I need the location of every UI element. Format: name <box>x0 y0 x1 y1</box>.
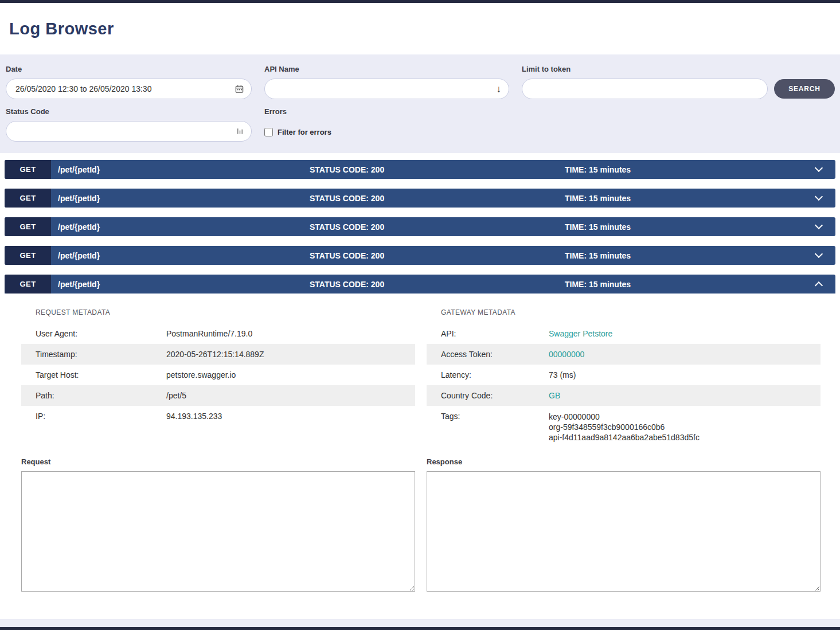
status-code-filter-group: Status Code <box>6 107 252 142</box>
metadata-row: API: Swagger Petstore <box>427 323 821 344</box>
log-status: STATUS CODE: 200 <box>310 280 384 289</box>
metadata-row: Tags: key-00000000 org-59f348559f3cb9000… <box>427 406 821 448</box>
api-name-filter-group: API Name ↓ <box>264 65 509 99</box>
method-badge: GET <box>5 275 51 294</box>
log-time: TIME: 15 minutes <box>565 222 631 232</box>
response-label: Response <box>427 457 821 466</box>
bottom-border-bar <box>0 627 840 630</box>
request-body-section: Request <box>21 457 415 594</box>
limit-to-token-input[interactable] <box>522 79 768 99</box>
response-body-textarea[interactable] <box>427 471 821 592</box>
log-status: STATUS CODE: 200 <box>310 222 384 232</box>
errors-filter-group: Errors Filter for errors <box>264 107 331 136</box>
log-path: /pet/{petId} <box>58 280 100 289</box>
log-row[interactable]: GET /pet/{petId} STATUS CODE: 200 TIME: … <box>5 246 835 265</box>
log-path: /pet/{petId} <box>58 251 100 260</box>
chevron-down-icon[interactable] <box>815 164 823 172</box>
date-input[interactable] <box>6 79 252 99</box>
calendar-icon[interactable] <box>235 85 244 93</box>
metadata-row: Latency: 73 (ms) <box>427 365 821 385</box>
request-metadata-heading: REQUEST METADATA <box>21 308 415 316</box>
metadata-row: Country Code: GB <box>427 385 821 406</box>
api-link[interactable]: Swagger Petstore <box>549 329 815 338</box>
chevron-down-icon[interactable] <box>815 221 823 229</box>
response-body-section: Response <box>427 457 821 594</box>
metadata-row: Access Token: 00000000 <box>427 344 821 365</box>
errors-label: Errors <box>264 107 331 116</box>
gateway-metadata-section: GATEWAY METADATA API: Swagger Petstore A… <box>427 308 821 448</box>
status-code-label: Status Code <box>6 107 252 116</box>
limit-to-token-filter-group: Limit to token <box>522 65 768 99</box>
method-badge: GET <box>5 217 51 236</box>
log-time: TIME: 15 minutes <box>565 165 631 174</box>
log-detail-panel: REQUEST METADATA User Agent: PostmanRunt… <box>5 294 835 611</box>
gateway-metadata-heading: GATEWAY METADATA <box>427 308 821 316</box>
bars-icon <box>236 127 244 135</box>
log-row[interactable]: GET /pet/{petId} STATUS CODE: 200 TIME: … <box>5 217 835 236</box>
metadata-row: User Agent: PostmanRuntime/7.19.0 <box>21 323 415 344</box>
log-path: /pet/{petId} <box>58 194 100 203</box>
request-body-textarea[interactable] <box>21 471 415 592</box>
log-time: TIME: 15 minutes <box>565 194 631 203</box>
date-label: Date <box>6 65 252 73</box>
access-token-link[interactable]: 00000000 <box>549 350 815 359</box>
header: Log Browser <box>0 3 840 54</box>
bottom-background-strip <box>0 619 840 627</box>
log-list: GET /pet/{petId} STATUS CODE: 200 TIME: … <box>0 160 840 294</box>
log-path: /pet/{petId} <box>58 222 100 232</box>
limit-to-token-label: Limit to token <box>522 65 768 73</box>
metadata-row: Timestamp: 2020-05-26T12:15:14.889Z <box>21 344 415 365</box>
log-row[interactable]: GET /pet/{petId} STATUS CODE: 200 TIME: … <box>5 160 835 179</box>
chevron-down-icon[interactable] <box>815 193 823 201</box>
status-code-input[interactable] <box>6 121 252 142</box>
log-status: STATUS CODE: 200 <box>310 165 384 174</box>
dropdown-arrow-icon[interactable]: ↓ <box>497 84 502 94</box>
chevron-down-icon[interactable] <box>815 250 823 258</box>
page-title: Log Browser <box>9 19 114 38</box>
log-time: TIME: 15 minutes <box>565 280 631 289</box>
method-badge: GET <box>5 246 51 265</box>
country-code-link[interactable]: GB <box>549 391 815 400</box>
chevron-up-icon[interactable] <box>815 281 823 289</box>
log-path: /pet/{petId} <box>58 165 100 174</box>
filter-for-errors-label: Filter for errors <box>278 128 331 136</box>
filter-panel: Date API Name <box>0 54 840 153</box>
log-status: STATUS CODE: 200 <box>310 251 384 260</box>
date-filter-group: Date <box>6 65 252 99</box>
method-badge: GET <box>5 160 51 179</box>
metadata-row: Target Host: petstore.swagger.io <box>21 365 415 385</box>
request-metadata-section: REQUEST METADATA User Agent: PostmanRunt… <box>21 308 415 448</box>
method-badge: GET <box>5 189 51 208</box>
search-button[interactable]: SEARCH <box>774 79 835 99</box>
request-label: Request <box>21 457 415 466</box>
log-time: TIME: 15 minutes <box>565 251 631 260</box>
api-name-select[interactable] <box>264 79 509 99</box>
api-name-label: API Name <box>264 65 509 73</box>
log-row[interactable]: GET /pet/{petId} STATUS CODE: 200 TIME: … <box>5 189 835 208</box>
log-row-expanded[interactable]: GET /pet/{petId} STATUS CODE: 200 TIME: … <box>5 275 835 294</box>
log-status: STATUS CODE: 200 <box>310 194 384 203</box>
metadata-row: IP: 94.193.135.233 <box>21 406 415 426</box>
filter-for-errors-checkbox[interactable] <box>264 128 273 136</box>
filter-row-1: Date API Name <box>6 65 835 99</box>
tags-value: key-00000000 org-59f348559f3cb9000166c0b… <box>549 412 815 443</box>
filter-row-2: Status Code Errors Filter for errors <box>6 107 835 142</box>
metadata-row: Path: /pet/5 <box>21 385 415 406</box>
